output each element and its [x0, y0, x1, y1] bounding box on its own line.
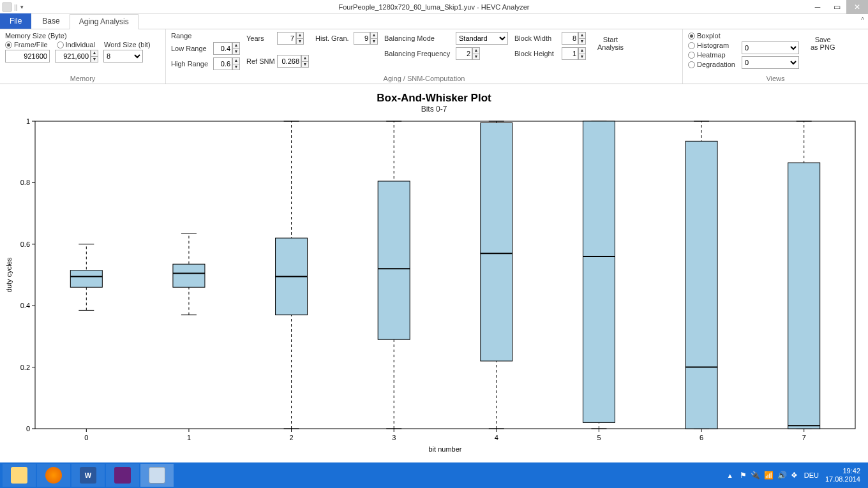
- taskbar-word[interactable]: W: [71, 464, 105, 487]
- save-as-png-button[interactable]: Save as PNG: [805, 32, 841, 55]
- radio-individual[interactable]: Individual: [57, 41, 95, 48]
- tray-clock[interactable]: 19:42 17.08.2014: [825, 467, 860, 484]
- tab-aging-analysis[interactable]: Aging Analysis: [70, 14, 138, 29]
- chart-area: Box-And-Whisker Plot Bits 0-7 00.20.40.6…: [0, 84, 868, 462]
- svg-rect-0: [35, 121, 855, 429]
- svg-text:1: 1: [26, 117, 30, 125]
- heatmap-select[interactable]: 0: [742, 56, 799, 69]
- low-range-input[interactable]: [213, 42, 232, 55]
- tab-base[interactable]: Base: [33, 13, 69, 29]
- high-range-spinner[interactable]: ▲▼: [213, 57, 240, 70]
- high-range-label: High Range: [171, 60, 211, 68]
- histgran-spinner[interactable]: ▲▼: [354, 32, 378, 45]
- balancing-mode-label: Balancing Mode: [384, 34, 453, 42]
- refsnm-spinner[interactable]: ▲▼: [277, 55, 309, 68]
- years-label: Years: [246, 34, 274, 42]
- svg-rect-24: [173, 264, 205, 287]
- radio-heatmap-label: Heatmap: [697, 51, 726, 59]
- taskbar: W ▲ ⚑ 🔌 📶 🔊 ❖ DEU 19:42 17.08.2014: [0, 462, 868, 488]
- radio-degradation[interactable]: Degradation: [688, 61, 735, 68]
- tray-volume-icon[interactable]: 🔊: [777, 471, 787, 480]
- svg-rect-59: [685, 141, 717, 429]
- svg-text:4: 4: [495, 434, 498, 441]
- refsnm-label: Ref SNM: [246, 57, 274, 65]
- tray-time: 19:42: [825, 467, 860, 475]
- ribbon-minimize-icon[interactable]: ^: [861, 17, 864, 24]
- svg-text:7: 7: [802, 434, 806, 441]
- group-aging-snm: Range Low Range ▲▼ High Range ▲▼ Years ▲…: [166, 29, 683, 84]
- balancing-freq-input[interactable]: [456, 47, 472, 60]
- svg-rect-66: [788, 163, 820, 429]
- taskbar-firefox[interactable]: [37, 464, 70, 487]
- balancing-mode-select[interactable]: Standard: [456, 32, 508, 45]
- balancing-freq-spinner[interactable]: ▲▼: [456, 47, 480, 60]
- radio-boxplot-label: Boxplot: [697, 32, 721, 40]
- tray-network-icon[interactable]: 📶: [764, 471, 774, 480]
- svg-text:0.4: 0.4: [20, 302, 30, 309]
- close-button[interactable]: ✕: [846, 0, 868, 14]
- word-size-label: Word Size (bit): [104, 41, 151, 48]
- tray-flag-icon[interactable]: ⚑: [740, 471, 747, 480]
- block-width-input[interactable]: [562, 32, 578, 45]
- svg-text:bit number: bit number: [429, 445, 462, 453]
- qat-dropdown-icon[interactable]: ▾: [20, 4, 24, 10]
- radio-histogram[interactable]: Histogram: [688, 41, 735, 49]
- tray-show-hidden-icon[interactable]: ▲: [727, 472, 733, 479]
- spin-down-icon[interactable]: ▼: [91, 56, 98, 63]
- tab-file[interactable]: File: [0, 13, 31, 29]
- group-memory: Memory Size (Byte) Frame/File Individual…: [0, 29, 166, 84]
- save-label-2: as PNG: [811, 43, 835, 51]
- tray-date: 17.08.2014: [825, 475, 860, 484]
- tray-language[interactable]: DEU: [804, 471, 819, 479]
- histogram-select[interactable]: 0: [742, 41, 799, 54]
- years-spinner[interactable]: ▲▼: [277, 32, 304, 45]
- ribbon-tabs: File Base Aging Analysis ^: [0, 14, 868, 29]
- taskbar-hevc-analyzer[interactable]: [140, 464, 174, 487]
- group-views: Boxplot Histogram Heatmap Degradation 0 …: [683, 29, 868, 84]
- maximize-button[interactable]: ▭: [827, 0, 846, 14]
- block-width-label: Block Width: [514, 34, 559, 42]
- tray-sync-icon[interactable]: ❖: [791, 471, 798, 480]
- svg-rect-52: [583, 121, 615, 422]
- radio-boxplot[interactable]: Boxplot: [688, 32, 735, 40]
- block-height-input[interactable]: [562, 47, 578, 60]
- boxplot-svg: 00.20.40.60.81duty cycles01234567bit num…: [0, 84, 868, 462]
- individual-size-spinner[interactable]: ▲▼: [55, 50, 98, 63]
- qat-separator: ||: [14, 3, 18, 11]
- svg-text:6: 6: [700, 434, 703, 441]
- refsnm-input[interactable]: [277, 55, 301, 68]
- low-range-spinner[interactable]: ▲▼: [213, 42, 240, 55]
- taskbar-visualstudio[interactable]: [106, 464, 139, 487]
- tray-power-icon[interactable]: 🔌: [751, 471, 760, 480]
- app-icon: [3, 3, 11, 11]
- svg-text:5: 5: [597, 434, 601, 441]
- start-analysis-label-2: Analysis: [597, 43, 624, 51]
- block-height-label: Block Height: [514, 50, 559, 57]
- taskbar-explorer[interactable]: [3, 464, 36, 487]
- radio-heatmap[interactable]: Heatmap: [688, 51, 735, 59]
- minimize-button[interactable]: ─: [808, 0, 827, 14]
- svg-rect-17: [70, 270, 102, 288]
- years-input[interactable]: [277, 32, 296, 45]
- radio-frame-file[interactable]: Frame/File: [5, 41, 48, 48]
- word-size-select[interactable]: 8: [103, 50, 143, 63]
- group-views-title: Views: [688, 73, 863, 82]
- block-width-spinner[interactable]: ▲▼: [562, 32, 586, 45]
- histgran-input[interactable]: [354, 32, 370, 45]
- svg-text:1: 1: [187, 434, 191, 441]
- radio-frame-file-label: Frame/File: [14, 41, 48, 48]
- svg-text:2: 2: [290, 434, 294, 441]
- svg-text:0.2: 0.2: [20, 364, 30, 371]
- svg-text:3: 3: [392, 434, 396, 441]
- frame-size-input[interactable]: [5, 50, 50, 63]
- radio-individual-label: Individual: [66, 41, 95, 48]
- block-height-spinner[interactable]: ▲▼: [562, 47, 586, 60]
- spin-up-icon[interactable]: ▲: [91, 50, 98, 56]
- memory-size-label: Memory Size (Byte): [5, 32, 67, 40]
- window-title: FourPeople_1280x720_60_luma_Skip1.yuv - …: [338, 3, 529, 11]
- individual-size-input[interactable]: [55, 50, 91, 63]
- group-aging-title: Aging / SNM-Computation: [171, 73, 677, 82]
- start-analysis-button[interactable]: Start Analysis: [592, 32, 629, 55]
- high-range-input[interactable]: [213, 57, 232, 70]
- radio-degradation-label: Degradation: [697, 61, 735, 68]
